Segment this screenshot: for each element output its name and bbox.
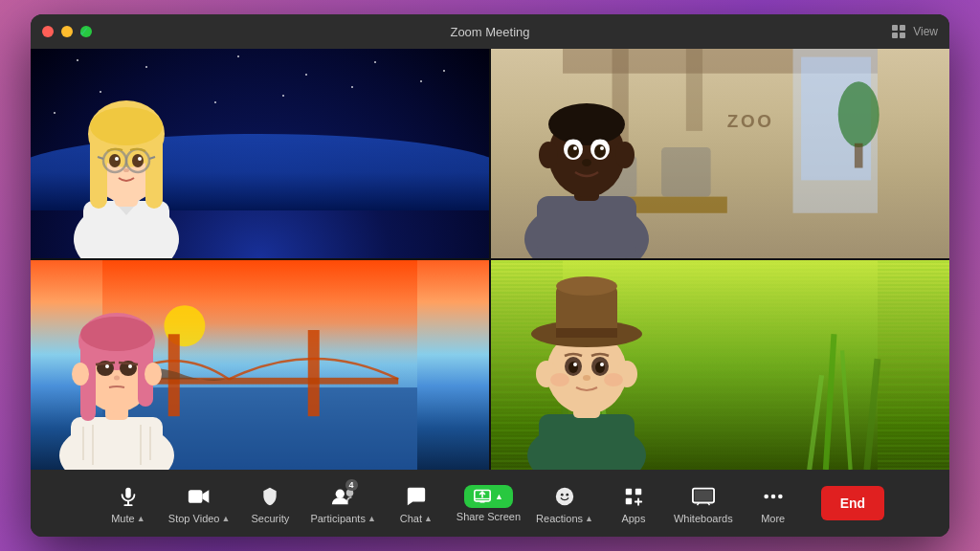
view-button[interactable]: View: [892, 25, 938, 38]
security-button[interactable]: Security: [237, 474, 302, 532]
whiteboards-label: Whiteboards: [674, 513, 733, 524]
svg-point-17: [138, 157, 142, 161]
mic-icon: [118, 483, 139, 510]
toolbar: Mute ▲ Stop Video ▲: [31, 470, 949, 537]
svg-point-120: [778, 494, 783, 498]
svg-point-35: [539, 142, 558, 168]
svg-rect-48: [308, 330, 320, 416]
window-title: Zoom Meeting: [450, 25, 529, 39]
svg-point-15: [132, 154, 144, 167]
svg-text:ZOO: ZOO: [727, 111, 774, 131]
avatar-2: [491, 49, 682, 258]
svg-point-94: [573, 363, 577, 366]
whiteboards-button[interactable]: Whiteboards: [666, 474, 741, 532]
chat-icon: [406, 483, 427, 510]
svg-rect-87: [556, 328, 617, 338]
more-button[interactable]: More: [741, 474, 806, 532]
share-screen-label: Share Screen: [457, 511, 521, 522]
svg-point-40: [594, 144, 606, 158]
svg-point-27: [838, 81, 880, 147]
avatar-1: [31, 49, 222, 258]
security-label: Security: [252, 513, 290, 524]
video-cell-2[interactable]: ZOO: [491, 49, 949, 258]
video-cell-3[interactable]: [31, 260, 489, 470]
svg-rect-51: [71, 417, 163, 470]
stop-video-label: Stop Video: [168, 513, 220, 524]
avatar-3: [31, 260, 203, 470]
apps-button[interactable]: Apps: [601, 474, 666, 532]
svg-rect-113: [626, 497, 632, 503]
svg-point-119: [770, 494, 775, 498]
participants-icon: 4: [331, 483, 356, 510]
participants-button[interactable]: 4 Participants ▲: [302, 474, 383, 532]
view-label: View: [913, 25, 938, 38]
svg-point-43: [582, 159, 591, 166]
svg-point-39: [568, 144, 579, 158]
close-button[interactable]: [42, 26, 54, 37]
security-shield-icon: ✓: [78, 24, 90, 39]
svg-point-95: [600, 363, 604, 366]
svg-rect-21: [686, 49, 702, 131]
more-label: More: [761, 513, 785, 524]
svg-rect-102: [189, 490, 203, 503]
whiteboards-icon: [692, 483, 715, 510]
reactions-button[interactable]: Reactions ▲: [528, 474, 601, 532]
security-icon: [260, 483, 279, 510]
svg-point-42: [600, 146, 604, 150]
svg-rect-81: [539, 414, 635, 470]
video-cell-1[interactable]: [31, 49, 489, 258]
avatar-4: [491, 260, 682, 470]
video-cell-4[interactable]: [491, 260, 949, 470]
svg-rect-7: [145, 132, 163, 209]
grid-icon: [892, 25, 905, 38]
svg-point-16: [115, 157, 119, 161]
svg-rect-112: [635, 488, 641, 494]
participants-badge: 4: [345, 479, 358, 491]
video-icon: [188, 483, 211, 510]
svg-point-8: [90, 107, 163, 145]
minimize-button[interactable]: [61, 26, 73, 37]
participants-label: Participants: [310, 513, 365, 524]
share-screen-icon-container: ▲: [464, 485, 513, 508]
video-grid: ZOO: [31, 49, 949, 470]
apps-icon: [623, 483, 644, 510]
apps-label: Apps: [621, 513, 645, 524]
svg-point-34: [548, 103, 625, 145]
chat-arrow: ▲: [424, 514, 433, 523]
reactions-icon: [554, 483, 575, 510]
svg-point-14: [109, 154, 121, 167]
share-screen-arrow: ▲: [495, 492, 503, 501]
svg-point-69: [128, 364, 132, 368]
participants-arrow: ▲: [368, 514, 376, 523]
stop-video-arrow: ▲: [221, 514, 230, 523]
svg-point-18: [123, 168, 129, 172]
svg-point-68: [105, 364, 109, 368]
svg-rect-115: [695, 490, 712, 500]
title-bar: ✓ Zoom Meeting View: [31, 14, 949, 49]
svg-point-70: [114, 376, 120, 381]
svg-point-62: [72, 363, 89, 386]
svg-point-86: [556, 276, 617, 296]
mute-arrow: ▲: [137, 514, 145, 523]
mute-label: Mute: [111, 513, 134, 524]
svg-point-118: [764, 494, 768, 498]
end-button[interactable]: End: [821, 486, 884, 520]
svg-point-36: [615, 142, 635, 168]
svg-point-96: [583, 375, 590, 381]
svg-rect-31: [537, 196, 636, 258]
svg-rect-28: [855, 143, 863, 168]
svg-point-109: [561, 493, 564, 496]
more-icon: [763, 483, 784, 510]
share-screen-button[interactable]: ▲ Share Screen: [449, 474, 528, 532]
mute-button[interactable]: Mute ▲: [96, 474, 161, 532]
svg-point-61: [80, 317, 153, 351]
svg-point-98: [604, 373, 623, 386]
svg-point-110: [566, 493, 568, 496]
svg-point-97: [550, 373, 569, 386]
chat-button[interactable]: Chat ▲: [384, 474, 449, 532]
svg-rect-99: [125, 487, 131, 497]
svg-rect-107: [480, 500, 485, 502]
stop-video-button[interactable]: Stop Video ▲: [161, 474, 238, 532]
svg-point-63: [145, 363, 162, 386]
chat-label: Chat: [400, 513, 422, 524]
